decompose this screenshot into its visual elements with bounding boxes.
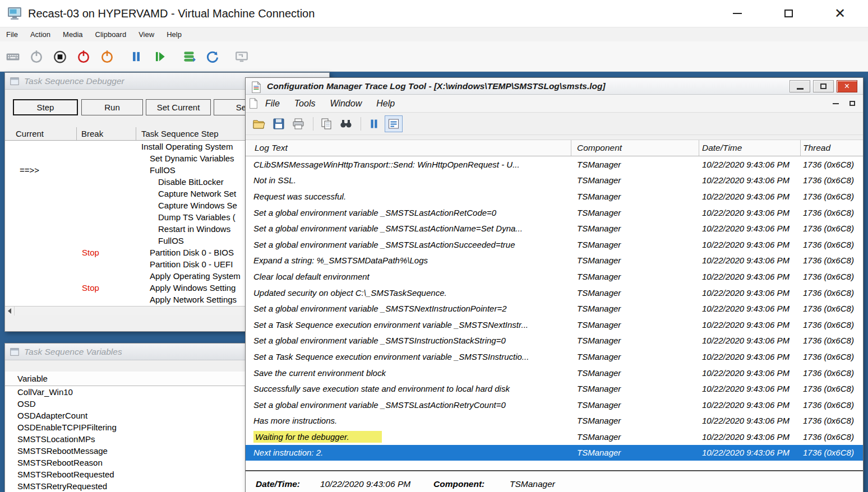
- cmtrace-menu-item[interactable]: File: [258, 95, 287, 112]
- detail-component-label: Component:: [433, 479, 484, 489]
- pause-button[interactable]: [126, 47, 147, 67]
- column-header-thread[interactable]: Thread: [801, 140, 863, 156]
- find-button[interactable]: [337, 115, 355, 132]
- log-component-cell: TSManager: [571, 413, 699, 429]
- log-row[interactable]: Has more instructions. TSManager 10/22/2…: [246, 413, 863, 429]
- log-thread-cell: 1736 (0x6C8): [801, 156, 863, 173]
- column-header-current[interactable]: Current: [5, 127, 77, 140]
- host-menu-item[interactable]: Clipboard: [89, 27, 133, 41]
- log-row[interactable]: Set a global environment variable _SMSTS…: [246, 236, 863, 253]
- cmtrace-minimize-button[interactable]: [789, 80, 810, 92]
- cmtrace-menu-item[interactable]: Help: [369, 95, 402, 112]
- host-menu-item[interactable]: Media: [57, 27, 89, 41]
- log-row[interactable]: Save the current environment block TSMan…: [246, 365, 863, 381]
- log-row[interactable]: Not in SSL. TSManager 10/22/2020 9:43:06…: [246, 173, 863, 189]
- mdi-restore-button[interactable]: [845, 98, 860, 110]
- log-datetime-cell: 10/22/2020 9:43:06 PM: [699, 173, 801, 189]
- enhanced-session-button[interactable]: [231, 47, 252, 67]
- log-datetime-cell: 10/22/2020 9:43:06 PM: [699, 397, 801, 413]
- list-lines-icon: [387, 117, 400, 131]
- cmtrace-menu-item[interactable]: Tools: [287, 95, 323, 112]
- log-component-cell: TSManager: [571, 300, 699, 317]
- log-datetime-cell: 10/22/2020 9:43:06 PM: [699, 413, 801, 429]
- host-menu-item[interactable]: Help: [160, 27, 188, 41]
- log-text-cell: CLibSMSMessageWinHttpTransport::Send: Wi…: [246, 156, 571, 173]
- host-minimize-button[interactable]: [723, 2, 752, 25]
- column-header-break[interactable]: Break: [77, 127, 136, 140]
- log-thread-cell: 1736 (0x6C8): [801, 285, 863, 301]
- log-row[interactable]: Waiting for the debugger. TSManager 10/2…: [246, 429, 863, 445]
- log-row[interactable]: Set a global environment variable _SMSTS…: [246, 300, 863, 317]
- log-row[interactable]: Set a global environment variable _SMSTS…: [246, 333, 863, 349]
- host-close-button[interactable]: ✕: [825, 2, 855, 25]
- log-row[interactable]: Set a Task Sequence execution environmen…: [246, 317, 863, 333]
- pause-icon: [367, 117, 381, 131]
- cmtrace-maximize-button[interactable]: [813, 80, 834, 92]
- log-thread-cell: 1736 (0x6C8): [801, 220, 863, 236]
- log-text-cell: Expand a string: %_SMSTSMDataPath%\Logs: [246, 253, 571, 269]
- cmtrace-menubar: FileToolsWindowHelp: [246, 95, 863, 113]
- keyboard-icon: [6, 49, 20, 64]
- minimize-icon: [833, 103, 839, 104]
- log-row[interactable]: Set a global environment variable _SMSTS…: [246, 397, 863, 413]
- log-row[interactable]: Expand a string: %_SMSTSMDataPath%\Logs …: [246, 253, 863, 269]
- ctrl-alt-del-button[interactable]: [2, 47, 24, 67]
- log-text-cell: Not in SSL.: [246, 173, 571, 189]
- host-menu-item[interactable]: File: [0, 27, 24, 41]
- log-datetime-cell: 10/22/2020 9:43:06 PM: [699, 333, 801, 349]
- scroll-left-button[interactable]: [5, 307, 15, 315]
- start-button[interactable]: [26, 47, 47, 67]
- debugger-button[interactable]: Run: [81, 99, 143, 115]
- save-button[interactable]: [270, 115, 288, 132]
- log-datetime-cell: 10/22/2020 9:43:06 PM: [699, 349, 801, 365]
- close-icon: ×: [844, 82, 849, 91]
- log-row[interactable]: Set a global environment variable _SMSTS…: [246, 220, 863, 236]
- cmtrace-menu-item[interactable]: Window: [322, 95, 369, 112]
- revert-button[interactable]: [202, 47, 223, 67]
- log-text-cell: Next instruction: 2.: [246, 445, 571, 461]
- stop-icon: [53, 49, 67, 64]
- log-component-cell: TSManager: [571, 236, 699, 253]
- column-header-log-text[interactable]: Log Text: [246, 140, 571, 156]
- shut-down-button[interactable]: [73, 47, 94, 67]
- checkpoint-button[interactable]: [178, 47, 200, 67]
- host-menu-item[interactable]: View: [132, 27, 160, 41]
- copy-button[interactable]: [317, 115, 335, 132]
- play-icon: [153, 49, 167, 64]
- host-menu-item[interactable]: Action: [24, 27, 57, 41]
- log-row[interactable]: CLibSMSMessageWinHttpTransport::Send: Wi…: [246, 156, 863, 173]
- pause-log-button[interactable]: [365, 115, 383, 132]
- log-thread-cell: 1736 (0x6C8): [801, 236, 863, 253]
- log-thread-cell: 1736 (0x6C8): [801, 300, 863, 317]
- log-row[interactable]: Successfully save execution state and en…: [246, 380, 863, 397]
- print-button[interactable]: [289, 115, 307, 132]
- mdi-minimize-button[interactable]: [828, 98, 843, 110]
- save-button[interactable]: [96, 47, 118, 67]
- cmtrace-titlebar[interactable]: Configuration Manager Trace Log Tool - […: [246, 78, 863, 95]
- log-text-cell: Set a Task Sequence execution environmen…: [246, 317, 571, 333]
- log-component-cell: TSManager: [571, 333, 699, 349]
- turn-off-button[interactable]: [49, 47, 71, 67]
- log-row[interactable]: Set a global environment variable _SMSTS…: [246, 205, 863, 221]
- power-red-icon: [76, 49, 91, 64]
- cmtrace-close-button[interactable]: ×: [837, 80, 857, 92]
- column-header-datetime[interactable]: Date/Time: [699, 140, 801, 156]
- log-row[interactable]: Clear local default environment TSManage…: [246, 268, 863, 285]
- vmconnect-window: Recast-03 on HYPERVAMD - Virtual Machine…: [0, 0, 868, 492]
- log-row[interactable]: Updated security on object C:\_SMSTaskSe…: [246, 285, 863, 301]
- power-orange-icon: [100, 49, 114, 64]
- host-titlebar[interactable]: Recast-03 on HYPERVAMD - Virtual Machine…: [0, 0, 868, 27]
- log-datetime-cell: 10/22/2020 9:43:06 PM: [699, 268, 801, 285]
- log-row[interactable]: Next instruction: 2. TSManager 10/22/202…: [246, 445, 863, 461]
- resume-button[interactable]: [149, 47, 170, 67]
- column-header-component[interactable]: Component: [571, 140, 699, 156]
- debugger-button[interactable]: Set Current: [146, 99, 211, 115]
- host-maximize-button[interactable]: [774, 2, 803, 25]
- detail-datetime-label: Date/Time:: [256, 479, 300, 489]
- open-button[interactable]: [250, 115, 268, 132]
- debugger-button[interactable]: Step: [13, 99, 78, 115]
- realtime-button[interactable]: [385, 115, 403, 132]
- log-row[interactable]: Request was successful. TSManager 10/22/…: [246, 188, 863, 205]
- log-row[interactable]: Set a Task Sequence execution environmen…: [246, 349, 863, 365]
- log-thread-cell: 1736 (0x6C8): [801, 429, 863, 445]
